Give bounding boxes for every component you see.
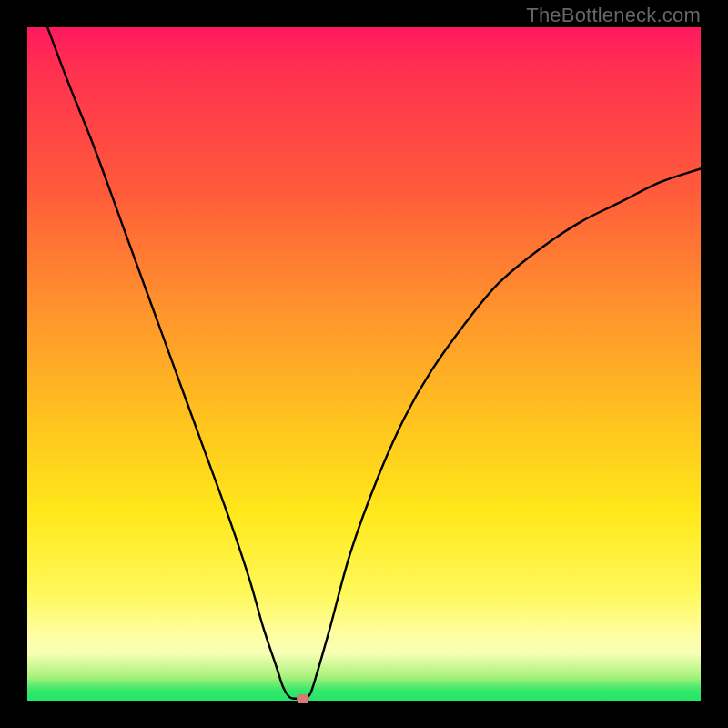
chart-frame: TheBottleneck.com: [0, 0, 728, 728]
minimum-marker: [297, 694, 309, 703]
bottleneck-curve: [27, 27, 701, 701]
watermark-text: TheBottleneck.com: [526, 4, 701, 27]
plot-area: [27, 27, 701, 701]
